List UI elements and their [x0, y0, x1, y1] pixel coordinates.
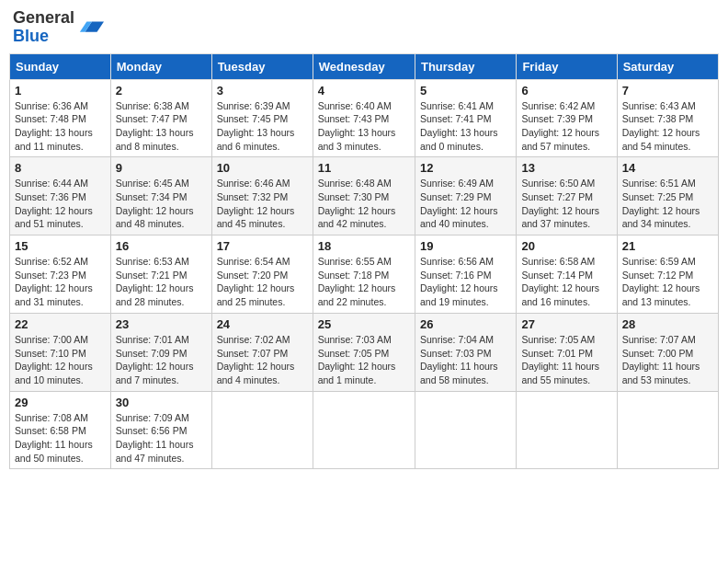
- day-of-week-header: Sunday: [10, 53, 111, 79]
- calendar-cell: 5 Sunrise: 6:41 AMSunset: 7:41 PMDayligh…: [415, 79, 516, 157]
- page-header: GeneralBlue: [9, 9, 719, 46]
- day-info: Sunrise: 6:53 AMSunset: 7:21 PMDaylight:…: [116, 256, 194, 307]
- calendar-cell: 4 Sunrise: 6:40 AMSunset: 7:43 PMDayligh…: [313, 79, 415, 157]
- calendar-cell: 10 Sunrise: 6:46 AMSunset: 7:32 PMDaylig…: [211, 157, 313, 236]
- calendar-cell: 11 Sunrise: 6:48 AMSunset: 7:30 PMDaylig…: [313, 157, 415, 236]
- day-info: Sunrise: 6:43 AMSunset: 7:38 PMDaylight:…: [622, 100, 700, 152]
- day-number: 30: [116, 396, 207, 409]
- day-info: Sunrise: 6:38 AMSunset: 7:47 PMDaylight:…: [116, 100, 194, 152]
- day-info: Sunrise: 6:52 AMSunset: 7:23 PMDaylight:…: [15, 256, 93, 307]
- day-number: 6: [521, 84, 611, 98]
- day-info: Sunrise: 6:46 AMSunset: 7:32 PMDaylight:…: [217, 178, 295, 229]
- day-number: 10: [217, 161, 308, 175]
- day-of-week-header: Wednesday: [313, 53, 415, 79]
- day-number: 26: [420, 317, 511, 331]
- day-info: Sunrise: 6:48 AMSunset: 7:30 PMDaylight:…: [318, 178, 396, 229]
- calendar-cell: 26 Sunrise: 7:04 AMSunset: 7:03 PMDaylig…: [415, 313, 516, 391]
- calendar-cell: 9 Sunrise: 6:45 AMSunset: 7:34 PMDayligh…: [110, 157, 211, 236]
- day-info: Sunrise: 7:00 AMSunset: 7:10 PMDaylight:…: [15, 334, 93, 385]
- day-info: Sunrise: 6:45 AMSunset: 7:34 PMDaylight:…: [116, 178, 194, 229]
- day-info: Sunrise: 7:04 AMSunset: 7:03 PMDaylight:…: [420, 334, 498, 385]
- day-info: Sunrise: 6:42 AMSunset: 7:39 PMDaylight:…: [521, 100, 599, 152]
- day-number: 22: [15, 317, 106, 331]
- day-number: 18: [318, 239, 410, 253]
- day-info: Sunrise: 6:58 AMSunset: 7:14 PMDaylight:…: [521, 256, 599, 307]
- day-info: Sunrise: 7:03 AMSunset: 7:05 PMDaylight:…: [318, 334, 396, 385]
- day-of-week-header: Friday: [517, 53, 617, 79]
- day-number: 27: [521, 317, 611, 331]
- calendar-cell: 23 Sunrise: 7:01 AMSunset: 7:09 PMDaylig…: [110, 313, 211, 391]
- day-info: Sunrise: 7:07 AMSunset: 7:00 PMDaylight:…: [622, 334, 700, 385]
- day-number: 14: [622, 161, 713, 175]
- day-info: Sunrise: 6:41 AMSunset: 7:41 PMDaylight:…: [420, 100, 498, 152]
- calendar-cell: 6 Sunrise: 6:42 AMSunset: 7:39 PMDayligh…: [517, 79, 617, 157]
- day-of-week-header: Monday: [110, 53, 211, 79]
- day-info: Sunrise: 6:40 AMSunset: 7:43 PMDaylight:…: [318, 100, 396, 152]
- calendar-cell: 14 Sunrise: 6:51 AMSunset: 7:25 PMDaylig…: [617, 157, 718, 236]
- day-number: 23: [116, 317, 207, 331]
- calendar-cell: [517, 391, 617, 469]
- day-number: 12: [420, 161, 511, 175]
- day-number: 8: [15, 161, 106, 175]
- day-of-week-header: Tuesday: [211, 53, 313, 79]
- day-info: Sunrise: 6:50 AMSunset: 7:27 PMDaylight:…: [521, 178, 599, 229]
- calendar-cell: 13 Sunrise: 6:50 AMSunset: 7:27 PMDaylig…: [517, 157, 617, 236]
- logo-text: GeneralBlue: [13, 9, 74, 46]
- day-info: Sunrise: 6:36 AMSunset: 7:48 PMDaylight:…: [15, 100, 93, 152]
- calendar-cell: 18 Sunrise: 6:55 AMSunset: 7:18 PMDaylig…: [313, 236, 415, 314]
- day-info: Sunrise: 6:59 AMSunset: 7:12 PMDaylight:…: [622, 256, 700, 307]
- calendar-cell: 2 Sunrise: 6:38 AMSunset: 7:47 PMDayligh…: [110, 79, 211, 157]
- day-number: 15: [15, 239, 106, 253]
- day-info: Sunrise: 6:51 AMSunset: 7:25 PMDaylight:…: [622, 178, 700, 229]
- calendar-cell: 7 Sunrise: 6:43 AMSunset: 7:38 PMDayligh…: [617, 79, 718, 157]
- day-number: 1: [15, 84, 106, 98]
- day-number: 29: [15, 396, 106, 409]
- calendar-cell: 15 Sunrise: 6:52 AMSunset: 7:23 PMDaylig…: [10, 236, 111, 314]
- day-number: 24: [217, 317, 308, 331]
- day-info: Sunrise: 7:09 AMSunset: 6:56 PMDaylight:…: [116, 412, 194, 464]
- day-number: 7: [622, 84, 713, 98]
- calendar-cell: 20 Sunrise: 6:58 AMSunset: 7:14 PMDaylig…: [517, 236, 617, 314]
- day-number: 13: [521, 161, 611, 175]
- calendar-cell: 21 Sunrise: 6:59 AMSunset: 7:12 PMDaylig…: [617, 236, 718, 314]
- calendar-cell: 22 Sunrise: 7:00 AMSunset: 7:10 PMDaylig…: [10, 313, 111, 391]
- day-of-week-header: Saturday: [617, 53, 718, 79]
- calendar-cell: 17 Sunrise: 6:54 AMSunset: 7:20 PMDaylig…: [211, 236, 313, 314]
- day-number: 5: [420, 84, 511, 98]
- day-number: 20: [521, 239, 611, 253]
- day-info: Sunrise: 7:08 AMSunset: 6:58 PMDaylight:…: [15, 412, 93, 464]
- calendar-table: SundayMondayTuesdayWednesdayThursdayFrid…: [9, 53, 719, 470]
- day-number: 11: [318, 161, 410, 175]
- calendar-cell: 1 Sunrise: 6:36 AMSunset: 7:48 PMDayligh…: [10, 79, 111, 157]
- calendar-cell: 28 Sunrise: 7:07 AMSunset: 7:00 PMDaylig…: [617, 313, 718, 391]
- logo: GeneralBlue: [13, 9, 104, 46]
- calendar-cell: [415, 391, 516, 469]
- day-number: 17: [217, 239, 308, 253]
- calendar-cell: [211, 391, 313, 469]
- day-info: Sunrise: 6:44 AMSunset: 7:36 PMDaylight:…: [15, 178, 93, 229]
- day-number: 2: [116, 84, 207, 98]
- day-info: Sunrise: 6:49 AMSunset: 7:29 PMDaylight:…: [420, 178, 498, 229]
- day-number: 25: [318, 317, 410, 331]
- day-info: Sunrise: 6:54 AMSunset: 7:20 PMDaylight:…: [217, 256, 295, 307]
- day-number: 21: [622, 239, 713, 253]
- day-number: 19: [420, 239, 511, 253]
- day-info: Sunrise: 7:05 AMSunset: 7:01 PMDaylight:…: [521, 334, 599, 385]
- day-number: 28: [622, 317, 713, 331]
- day-number: 4: [318, 84, 410, 98]
- calendar-cell: 8 Sunrise: 6:44 AMSunset: 7:36 PMDayligh…: [10, 157, 111, 236]
- calendar-cell: 25 Sunrise: 7:03 AMSunset: 7:05 PMDaylig…: [313, 313, 415, 391]
- day-info: Sunrise: 6:55 AMSunset: 7:18 PMDaylight:…: [318, 256, 396, 307]
- day-number: 3: [217, 84, 308, 98]
- logo-icon: [78, 15, 104, 40]
- calendar-cell: 27 Sunrise: 7:05 AMSunset: 7:01 PMDaylig…: [517, 313, 617, 391]
- calendar-cell: 30 Sunrise: 7:09 AMSunset: 6:56 PMDaylig…: [110, 391, 211, 469]
- day-of-week-header: Thursday: [415, 53, 516, 79]
- calendar-cell: [617, 391, 718, 469]
- day-info: Sunrise: 6:56 AMSunset: 7:16 PMDaylight:…: [420, 256, 498, 307]
- day-number: 9: [116, 161, 207, 175]
- calendar-cell: 16 Sunrise: 6:53 AMSunset: 7:21 PMDaylig…: [110, 236, 211, 314]
- calendar-cell: 12 Sunrise: 6:49 AMSunset: 7:29 PMDaylig…: [415, 157, 516, 236]
- day-info: Sunrise: 6:39 AMSunset: 7:45 PMDaylight:…: [217, 100, 295, 152]
- calendar-cell: 3 Sunrise: 6:39 AMSunset: 7:45 PMDayligh…: [211, 79, 313, 157]
